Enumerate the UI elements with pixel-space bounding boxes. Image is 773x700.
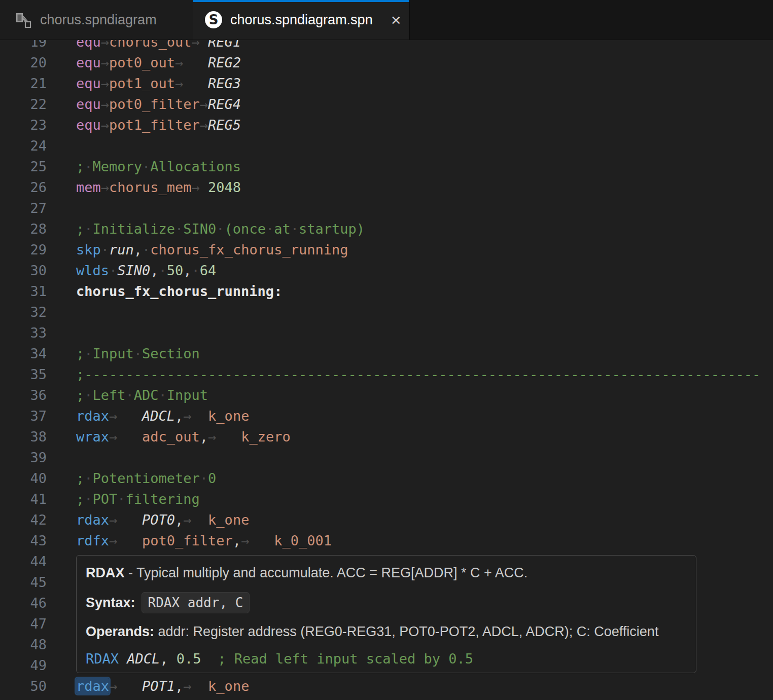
tab-whitespace-arrow: → [175,52,208,73]
code-token: 64 [200,263,217,278]
code-token: at [274,221,291,237]
hover-instruction-name: RDAX [86,565,125,580]
code-line-text: equ→pot1_filter→REG5 [76,115,241,135]
code-line[interactable]: 38wrax→adc_out,→k_zero [0,426,773,447]
code-token: REG2 [208,55,241,70]
code-line-text: ;·POT·filtering [76,489,200,509]
tab-whitespace-arrow: → [109,426,142,447]
code-line-text: ;·Initialize·SIN0·(once·at·startup) [76,218,365,239]
code-token: chorus_mem [109,179,192,195]
line-number: 25 [0,156,47,177]
spn-file-icon: S [204,11,223,29]
tab-chorus-spndiagram-spn[interactable]: S chorus.spndiagram.spn × [193,0,410,40]
tab-whitespace-arrow: → [175,73,208,94]
tab-whitespace-arrow: → [101,115,109,135]
code-line[interactable]: 41;·POT·filtering [0,489,773,509]
code-token: equ [76,55,101,70]
code-line-text: equ→pot0_out→REG2 [76,52,241,73]
tab-whitespace-arrow: → [208,426,241,447]
code-token [168,651,177,667]
code-line[interactable]: 28;·Initialize·SIN0·(once·at·startup) [0,218,773,239]
tab-whitespace-arrow: → [200,94,208,115]
line-number: 37 [0,406,47,426]
tab-whitespace-arrow: → [101,177,109,198]
code-line[interactable]: 29skp·run,·chorus_fx_chorus_running [0,239,773,260]
svg-text:S: S [209,12,219,27]
space-whitespace-dot: · [291,218,299,239]
code-token: pot1_filter [109,117,200,133]
code-token: rdfx [76,533,109,548]
line-number: 32 [0,302,47,322]
code-line-text: wlds·SIN0,·50,·64 [76,260,216,281]
code-line-text: rdax→POT1,→k_one [76,676,249,696]
line-number: 21 [0,73,47,94]
line-number: 40 [0,468,47,489]
code-token: skp [76,242,101,257]
code-token: k_one [208,408,249,424]
space-whitespace-dot: · [159,260,167,281]
code-line-text: equ→pot1_out→REG3 [76,73,241,94]
code-line[interactable]: 27 [0,198,773,218]
code-token: chorus_fx_chorus_running [150,242,348,257]
code-token: adc_out [142,429,200,445]
code-line[interactable]: 34;·Input·Section [0,343,773,364]
code-line[interactable]: 50rdax→POT1,→k_one [0,676,773,696]
close-icon[interactable]: × [388,10,405,30]
code-line[interactable]: 26mem→chorus_mem→2048 [0,177,773,198]
code-token: 0 [208,470,216,486]
line-number: 38 [0,426,47,447]
tab-chorus-spndiagram[interactable]: chorus.spndiagram [0,0,193,40]
code-line[interactable]: 30wlds·SIN0,·50,·64 [0,260,773,281]
code-token: equ [76,76,101,91]
code-line[interactable]: 31chorus_fx_chorus_running: [0,281,773,302]
space-whitespace-dot: · [84,385,92,406]
hover-example-code: RDAX ADCL, 0.5 ; Read left input scaled … [86,649,687,669]
code-token [119,651,127,667]
space-whitespace-dot: · [159,385,167,406]
code-token: equ [76,96,101,112]
tab-whitespace-arrow: → [101,73,109,94]
code-line[interactable]: 37rdax→ADCL,→k_one [0,406,773,426]
code-token: Section [142,346,200,361]
line-number: 45 [0,572,47,593]
code-token: 0.5 [177,651,201,667]
code-line[interactable]: 25;·Memory·Allocations [0,156,773,177]
code-token: pot0_filter [109,96,200,112]
code-line[interactable]: 24 [0,135,773,156]
line-number: 33 [0,322,47,343]
code-token: (once [225,221,266,237]
code-token: ; [76,159,84,174]
code-token: run [109,242,134,257]
code-line[interactable]: 20equ→pot0_out→REG2 [0,52,773,73]
space-whitespace-dot: · [175,218,183,239]
tab-whitespace-arrow: → [200,115,208,135]
line-number: 26 [0,177,47,198]
code-line[interactable]: 43rdfx→pot0_filter,→k_0_001 [0,530,773,551]
hover-operands: Operands: addr: Register address (REG0-R… [86,622,687,641]
code-line[interactable]: 42rdax→POT0,→k_one [0,509,773,530]
code-token: k_0_001 [274,533,332,548]
code-line[interactable]: 35;-------------------------------------… [0,364,773,385]
code-line[interactable]: 40;·Potentiometer·0 [0,468,773,489]
code-line[interactable]: 33 [0,322,773,343]
code-token: ; [76,387,84,403]
code-line[interactable]: 23equ→pot1_filter→REG5 [0,115,773,135]
tab-whitespace-arrow: → [241,530,274,551]
code-line-text: skp·run,·chorus_fx_chorus_running [76,239,348,260]
line-number: 50 [0,676,47,696]
code-token: rdax [76,512,109,528]
code-token: ADC [134,387,159,403]
code-line-text: ;·Left·ADC·Input [76,385,208,406]
code-line[interactable]: 32 [0,302,773,322]
tab-whitespace-arrow: → [192,177,208,198]
code-line[interactable]: 21equ→pot1_out→REG3 [0,73,773,94]
line-number: 36 [0,385,47,406]
space-whitespace-dot: · [84,343,92,364]
code-line[interactable]: 36;·Left·ADC·Input [0,385,773,406]
line-number: 28 [0,218,47,239]
code-token: Left [93,387,126,403]
code-token: , [175,678,183,694]
line-number: 46 [0,593,47,613]
code-line[interactable]: 39 [0,447,773,468]
code-line[interactable]: 22equ→pot0_filter→REG4 [0,94,773,115]
